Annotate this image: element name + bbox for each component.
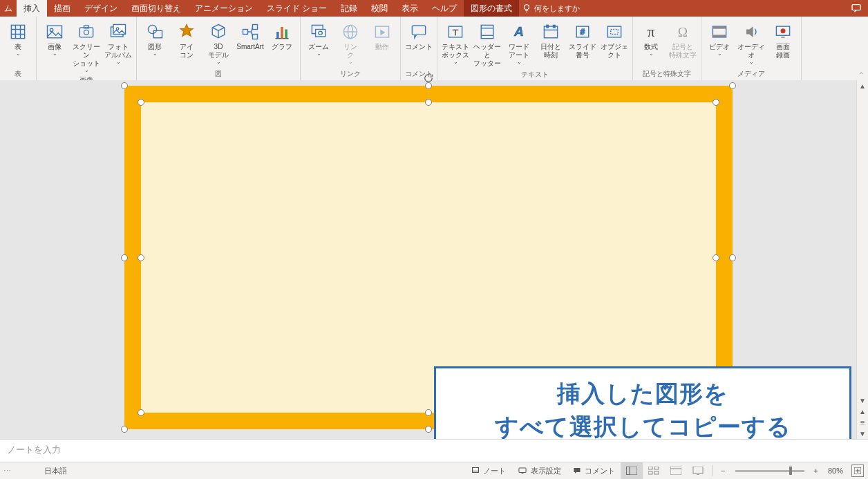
icons-button[interactable]: アイコン bbox=[171, 19, 202, 61]
fit-to-window-button[interactable] bbox=[851, 464, 864, 477]
tab-design[interactable]: デザイン bbox=[77, 0, 124, 17]
screenshot-button[interactable]: スクリーンショット⌄ bbox=[71, 19, 102, 75]
screenrec-label: 画面録画 bbox=[776, 43, 790, 59]
svg-rect-49 bbox=[519, 468, 526, 473]
svg-rect-18 bbox=[285, 30, 287, 39]
tab-record[interactable]: 記録 bbox=[334, 0, 364, 17]
svg-text:#: # bbox=[581, 28, 585, 36]
ribbon-group: ズーム⌄リンク⌄動作リンク bbox=[301, 17, 401, 80]
screenshot-label: スクリーンショット⌄ bbox=[71, 43, 102, 73]
selection-handle[interactable] bbox=[425, 426, 432, 433]
tab-help[interactable]: ヘルプ bbox=[425, 0, 464, 17]
link-label: リンク⌄ bbox=[343, 43, 357, 65]
svg-rect-38 bbox=[611, 30, 619, 35]
slide-nav-menu[interactable]: ≡ bbox=[857, 417, 868, 428]
zoom-value[interactable]: 80% bbox=[828, 467, 843, 475]
tab-transitions[interactable]: 画面切り替え bbox=[124, 0, 188, 17]
selection-handle[interactable] bbox=[729, 254, 736, 261]
selection-handle[interactable] bbox=[713, 254, 719, 261]
svg-rect-43 bbox=[713, 35, 726, 37]
datetime-button[interactable]: 日付と時刻 bbox=[536, 19, 566, 61]
reading-view-button[interactable] bbox=[665, 462, 687, 479]
selection-handle[interactable] bbox=[425, 82, 432, 89]
selection-handle[interactable] bbox=[121, 254, 128, 261]
spellcheck-icon[interactable]: ⋯ bbox=[0, 467, 14, 476]
comment-button[interactable]: コメント bbox=[404, 19, 434, 61]
comments-toggle[interactable]: コメント bbox=[567, 462, 621, 479]
tab-insert[interactable]: 挿入 bbox=[17, 0, 47, 17]
selection-handle[interactable] bbox=[138, 254, 144, 261]
selection-handle[interactable] bbox=[713, 99, 719, 106]
textbox-button[interactable]: テキストボックス⌄ bbox=[440, 19, 471, 66]
selection-handle[interactable] bbox=[138, 409, 144, 416]
chevron-down-icon: ⌄ bbox=[517, 59, 522, 65]
zoom-slider[interactable] bbox=[735, 470, 804, 472]
prev-slide-button[interactable]: ▲ bbox=[857, 406, 868, 417]
equation-button[interactable]: π数式⌄ bbox=[636, 19, 666, 61]
sorter-view-button[interactable] bbox=[643, 462, 665, 479]
tab-review[interactable]: 校閲 bbox=[364, 0, 395, 17]
scroll-up-arrow[interactable]: ▲ bbox=[857, 80, 868, 91]
tell-me[interactable]: 何をしますか bbox=[522, 0, 580, 17]
icons-icon bbox=[176, 21, 198, 43]
svg-rect-57 bbox=[670, 467, 681, 475]
image-button[interactable]: 画像⌄ bbox=[39, 19, 70, 61]
zoom-in-button[interactable]: + bbox=[809, 462, 824, 479]
album-icon bbox=[107, 21, 129, 43]
tab-draw[interactable]: 描画 bbox=[47, 0, 77, 17]
tab-home-partial[interactable]: ム bbox=[0, 0, 17, 17]
svg-rect-15 bbox=[253, 35, 258, 39]
table-icon bbox=[7, 21, 29, 43]
normal-view-button[interactable] bbox=[621, 462, 643, 479]
rotate-handle[interactable] bbox=[424, 73, 433, 83]
screenrec-button[interactable]: 画面録画 bbox=[768, 19, 798, 61]
selection-handle[interactable] bbox=[425, 409, 432, 416]
collapse-ribbon-button[interactable]: ⌃ bbox=[858, 71, 864, 79]
object-button[interactable]: オブジェクト bbox=[599, 19, 630, 61]
selection-handle[interactable] bbox=[121, 82, 128, 89]
selection-handle[interactable] bbox=[121, 426, 128, 433]
svg-rect-17 bbox=[281, 27, 283, 39]
table-button[interactable]: 表⌄ bbox=[3, 19, 33, 61]
3d-button[interactable]: 3Dモデル⌄ bbox=[203, 19, 234, 66]
chart-button[interactable]: グラフ bbox=[267, 19, 297, 61]
group-label: リンク bbox=[301, 68, 400, 80]
svg-rect-5 bbox=[79, 28, 93, 37]
notes-toggle[interactable]: ノート bbox=[465, 462, 511, 479]
language-indicator[interactable]: 日本語 bbox=[44, 466, 67, 476]
album-button[interactable]: フォトアルバム⌄ bbox=[103, 19, 133, 66]
image-label: 画像⌄ bbox=[48, 43, 62, 59]
notes-pane[interactable]: ノートを入力 bbox=[0, 439, 868, 462]
slideshow-view-button[interactable] bbox=[687, 462, 709, 479]
comments-pane-button[interactable] bbox=[850, 0, 862, 17]
svg-rect-34 bbox=[554, 25, 556, 28]
chevron-down-icon: ⌄ bbox=[16, 51, 21, 57]
comments-toggle-label: コメント bbox=[585, 466, 615, 476]
zoom-button[interactable]: ズーム⌄ bbox=[303, 19, 334, 61]
tab-shape-format[interactable]: 図形の書式 bbox=[464, 0, 519, 17]
slide-editor[interactable]: 挿入した図形を すべて選択してコピーする bbox=[0, 80, 857, 439]
tab-slideshow[interactable]: スライド ショー bbox=[260, 0, 334, 17]
tab-view[interactable]: 表示 bbox=[395, 0, 425, 17]
scroll-down-arrow[interactable]: ▼ bbox=[857, 395, 868, 406]
selection-handle[interactable] bbox=[138, 99, 144, 106]
vertical-scrollbar[interactable]: ▲ ▼ ▲ ≡ ▼ bbox=[856, 80, 868, 439]
zoom-slider-thumb[interactable] bbox=[789, 467, 792, 475]
headerfooter-button[interactable]: ヘッダーとフッター bbox=[472, 19, 502, 69]
zoom-out-button[interactable]: − bbox=[715, 462, 730, 479]
shapes-button[interactable]: 図形⌄ bbox=[140, 19, 170, 61]
slidenum-label: スライド番号 bbox=[567, 43, 598, 59]
comment-icon bbox=[850, 3, 862, 14]
video-button[interactable]: ビデオ⌄ bbox=[704, 19, 735, 61]
slidenum-icon: # bbox=[572, 21, 594, 43]
audio-button[interactable]: オーディオ⌄ bbox=[736, 19, 766, 66]
next-slide-button[interactable]: ▼ bbox=[857, 428, 868, 439]
wordart-button[interactable]: Aワードアート⌄ bbox=[504, 19, 534, 66]
display-settings-button[interactable]: 表示設定 bbox=[511, 462, 567, 479]
tab-animations[interactable]: アニメーション bbox=[188, 0, 260, 17]
selection-handle[interactable] bbox=[729, 82, 736, 89]
smartart-button[interactable]: SmartArt bbox=[235, 19, 265, 61]
selection-handle[interactable] bbox=[425, 99, 432, 106]
slidenum-button[interactable]: #スライド番号 bbox=[567, 19, 598, 61]
svg-rect-20 bbox=[316, 30, 326, 37]
